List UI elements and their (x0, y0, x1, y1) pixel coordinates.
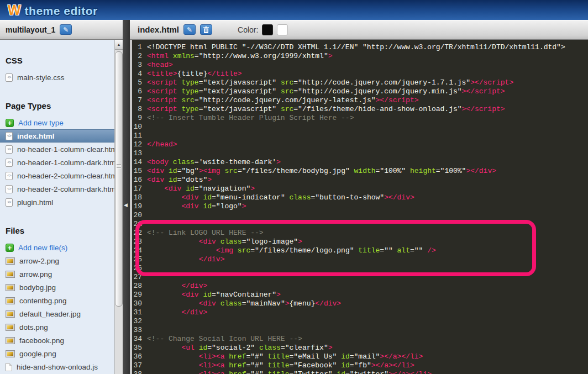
sidebar-item-arrow-png[interactable]: arrow.png (0, 267, 114, 281)
code-line-19[interactable]: 19 <div id="logo"> (133, 202, 588, 211)
code-line-3[interactable]: 3<head> (133, 61, 588, 70)
sidebar-item-index-html[interactable]: <>index.html (0, 129, 114, 143)
code-line-18[interactable]: 18 <div id="menu-indicator" class="butto… (133, 193, 588, 202)
code-line-2[interactable]: 2<html xmlns="http://www.w3.org/1999/xht… (133, 52, 588, 61)
code-line-16[interactable]: 16<div id="dots"> (133, 176, 588, 185)
code-editor[interactable]: 1<!DOCTYPE html PUBLIC "-//W3C//DTD XHTM… (130, 40, 588, 374)
sidebar-item-bodybg-jpg[interactable]: bodybg.jpg (0, 281, 114, 294)
code-line-34[interactable]: 34<!-- Change Social Icon URL HERE --> (133, 335, 588, 344)
add-link-add-new-type[interactable]: +Add new type (0, 116, 114, 129)
code-line-30[interactable]: 30 <div class="mainNav">{menu}</div> (133, 299, 588, 308)
line-number: 34 (133, 335, 142, 344)
collapse-sidebar-icon[interactable]: ◀ (124, 202, 128, 208)
line-number: 18 (133, 193, 142, 202)
code-text: <div id="dots"> (147, 176, 212, 184)
line-number: 33 (133, 326, 142, 335)
code-line-33[interactable]: 33 (133, 326, 588, 335)
code-file-icon: <> (6, 185, 13, 193)
code-text: <li><a href="#" title="Twitter" id="twit… (147, 370, 432, 374)
plus-icon: + (6, 244, 14, 252)
line-number: 11 (133, 131, 142, 140)
top-bar: W theme editor (0, 0, 588, 20)
edit-file-button[interactable]: ✎ (183, 24, 196, 35)
code-line-27[interactable]: 27 (133, 273, 588, 282)
code-line-32[interactable]: 32 (133, 317, 588, 326)
code-line-17[interactable]: 17 <div id="navigation"> (133, 185, 588, 193)
item-label: facebook.png (19, 336, 64, 345)
code-line-4[interactable]: 4<title>{title}</title> (133, 70, 588, 78)
edit-theme-button[interactable]: ✎ (60, 24, 72, 35)
sidebar-item-default-header-jpg[interactable]: default_header.jpg (0, 307, 114, 320)
code-file-icon: <> (6, 145, 13, 154)
sidebar-item-google-png[interactable]: google.png (0, 347, 114, 360)
line-number: 8 (133, 105, 142, 114)
sidebar-item-hide-and-show-onload-js[interactable]: hide-and-show-onload.js (0, 360, 114, 373)
line-number: 25 (133, 255, 142, 264)
sidebar-item-main-style-css[interactable]: <>main-style.css (0, 71, 114, 84)
code-line-26[interactable]: 26 (133, 264, 588, 273)
code-line-10[interactable]: 10 (133, 123, 588, 131)
code-line-23[interactable]: 23 <div class="logo-image"> (133, 238, 588, 246)
code-line-37[interactable]: 37 <li><a href="#" title="Facebook" id="… (133, 361, 588, 370)
code-line-14[interactable]: 14<body class='wsite-theme-dark'> (133, 158, 588, 167)
image-file-icon (6, 271, 15, 278)
code-file-icon: <> (6, 172, 13, 180)
sidebar-item-no-header-2-column-dark-htm[interactable]: <>no-header-2-column-dark.htm (0, 182, 114, 196)
add-link-add-new-file-s-[interactable]: +Add new file(s) (0, 241, 114, 254)
line-number: 21 (133, 220, 142, 229)
scroll-up-button[interactable]: ▲ (115, 40, 123, 50)
code-line-22[interactable]: 22<!-- Link LOGO URL HERE --> (133, 229, 588, 238)
code-text: <div id="navContainer"> (147, 291, 281, 299)
code-line-25[interactable]: 25 </div> (133, 255, 588, 264)
code-line-13[interactable]: 13 (133, 149, 588, 158)
code-line-28[interactable]: 28 </div> (133, 282, 588, 291)
line-number: 15 (133, 167, 142, 176)
code-line-20[interactable]: 20 (133, 211, 588, 220)
code-line-35[interactable]: 35 <ul id="social-2" class="clearfix"> (133, 344, 588, 352)
code-line-5[interactable]: 5<script type="text/javascript" src="htt… (133, 78, 588, 87)
sidebar-item-arrow-2-png[interactable]: arrow-2.png (0, 254, 114, 267)
line-number: 37 (133, 361, 142, 370)
delete-file-button[interactable] (200, 24, 212, 35)
code-line-36[interactable]: 36 <li><a href="#" title="eMail Us" id="… (133, 352, 588, 361)
item-label: hide-and-show-onload.js (17, 363, 98, 371)
color-swatch-black[interactable] (262, 24, 273, 35)
line-number: 35 (133, 344, 142, 352)
code-line-7[interactable]: 7<script src="http://code.jquery.com/jqu… (133, 96, 588, 105)
code-line-12[interactable]: 12</head> (133, 140, 588, 149)
sidebar-item-no-header-1-column-clear-htm[interactable]: <>no-header-1-column-clear.htm (0, 143, 114, 156)
sidebar-item-no-header-2-column-clear-htm[interactable]: <>no-header-2-column-clear.htm (0, 169, 114, 182)
code-line-9[interactable]: 9<!-- Insert Tumble Header Plugin Script… (133, 114, 588, 123)
line-number: 1 (133, 43, 142, 52)
editor-header-bar: index.html ✎ Color: (130, 20, 588, 40)
code-line-24[interactable]: 24 <img src="/files/theme/logo.png" titl… (133, 246, 588, 255)
code-text: <div id="logo"> (147, 202, 246, 210)
line-number: 10 (133, 123, 142, 131)
code-text: <div class="mainNav">{menu}</div> (147, 299, 341, 308)
line-number: 22 (133, 229, 142, 238)
panel-divider[interactable]: ◀ (123, 20, 130, 374)
code-line-38[interactable]: 38 <li><a href="#" title="Twitter" id="t… (133, 370, 588, 374)
sidebar-scrollbar[interactable]: ▲ (114, 40, 123, 374)
line-number: 26 (133, 264, 142, 273)
code-line-11[interactable]: 11 (133, 131, 588, 140)
code-line-15[interactable]: 15<div id="bg"><img src="/files/theme/bo… (133, 167, 588, 176)
code-line-1[interactable]: 1<!DOCTYPE html PUBLIC "-//W3C//DTD XHTM… (133, 43, 588, 52)
code-line-6[interactable]: 6<script type="text/javascript" src="htt… (133, 87, 588, 96)
code-line-31[interactable]: 31 </div> (133, 308, 588, 317)
scrollbar-thumb[interactable] (115, 51, 123, 307)
code-line-21[interactable]: 21 (133, 220, 588, 229)
color-swatch-white[interactable] (277, 24, 288, 35)
sidebar-item-contentbg-png[interactable]: contentbg.png (0, 294, 114, 307)
section-title-files: Files (0, 225, 114, 236)
code-line-29[interactable]: 29 <div id="navContainer"> (133, 291, 588, 299)
sidebar-item-facebook-png[interactable]: facebook.png (0, 334, 114, 347)
sidebar-item-no-header-1-column-dark-htm[interactable]: <>no-header-1-column-dark.htm (0, 156, 114, 169)
sidebar-item-plugin-html[interactable]: <>plugin.html (0, 196, 114, 209)
sidebar-item-dots-png[interactable]: dots.png (0, 320, 114, 334)
line-number: 13 (133, 149, 142, 158)
code-text: <body class='wsite-theme-dark'> (147, 158, 281, 166)
code-line-8[interactable]: 8<script type="text/javascript" src="/fi… (133, 105, 588, 114)
code-text: <script type="text/javascript" src="http… (147, 87, 505, 96)
code-text: <script src="http://code.jquery.com/jque… (147, 96, 419, 104)
